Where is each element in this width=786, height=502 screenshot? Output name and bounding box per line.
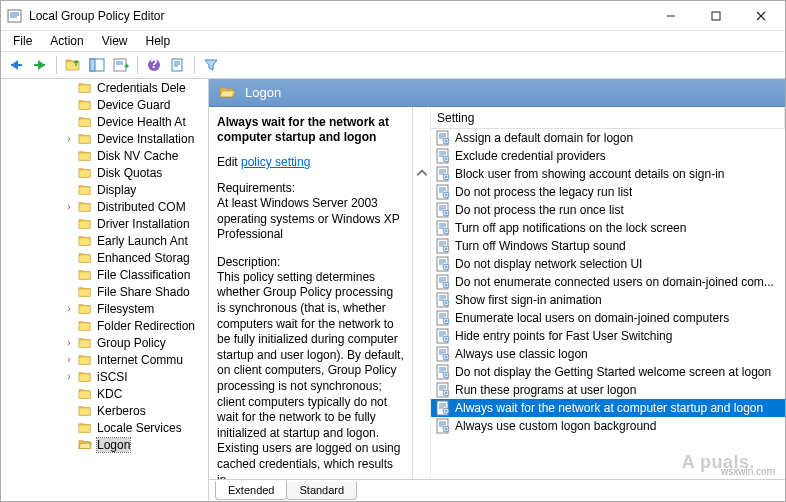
tree-node[interactable]: ›Device Installation <box>1 130 208 147</box>
tree-pane: Credentials DeleDevice GuardDevice Healt… <box>1 79 209 501</box>
menu-action[interactable]: Action <box>42 32 91 50</box>
tree-scroll[interactable]: Credentials DeleDevice GuardDevice Healt… <box>1 79 208 501</box>
folder-icon <box>77 115 93 129</box>
close-button[interactable] <box>738 1 783 30</box>
pane-title: Logon <box>245 85 281 100</box>
tree-node-label: Device Guard <box>97 98 170 112</box>
tree-node[interactable]: ›Distributed COM <box>1 198 208 215</box>
settings-list[interactable]: Assign a default domain for logonExclude… <box>431 129 785 479</box>
setting-row[interactable]: Show first sign-in animation <box>431 291 785 309</box>
tree-node[interactable]: Device Health At <box>1 113 208 130</box>
titlebar: Local Group Policy Editor <box>1 1 785 31</box>
export-list-button[interactable] <box>110 54 132 76</box>
edit-line: Edit policy setting <box>217 155 404 169</box>
setting-row[interactable]: Do not process the run once list <box>431 201 785 219</box>
maximize-button[interactable] <box>693 1 738 30</box>
settings-column-header[interactable]: Setting <box>431 108 785 128</box>
policy-setting-icon <box>435 364 451 380</box>
menu-help[interactable]: Help <box>138 32 179 50</box>
tab-extended[interactable]: Extended <box>215 481 287 500</box>
menu-view[interactable]: View <box>94 32 136 50</box>
chevron-right-icon[interactable]: › <box>63 303 75 314</box>
requirements-heading: Requirements: <box>217 181 404 195</box>
help-button[interactable]: ? <box>143 54 165 76</box>
setting-label: Hide entry points for Fast User Switchin… <box>455 329 672 343</box>
setting-label: Always use classic logon <box>455 347 588 361</box>
tree-node[interactable]: Disk Quotas <box>1 164 208 181</box>
setting-row[interactable]: Hide entry points for Fast User Switchin… <box>431 327 785 345</box>
tree-node[interactable]: ›iSCSI <box>1 368 208 385</box>
up-level-button[interactable] <box>62 54 84 76</box>
minimize-button[interactable] <box>648 1 693 30</box>
tree-node[interactable]: ›Filesystem <box>1 300 208 317</box>
tree-node-label: Device Health At <box>97 115 186 129</box>
setting-row[interactable]: Do not display the Getting Started welco… <box>431 363 785 381</box>
chevron-right-icon[interactable]: › <box>63 371 75 382</box>
setting-label: Block user from showing account details … <box>455 167 724 181</box>
properties-button[interactable] <box>167 54 189 76</box>
policy-setting-icon <box>435 130 451 146</box>
setting-row[interactable]: Turn off app notifications on the lock s… <box>431 219 785 237</box>
setting-row[interactable]: Do not enumerate connected users on doma… <box>431 273 785 291</box>
description-scroll-cue[interactable] <box>413 107 431 479</box>
tree-node[interactable]: Display <box>1 181 208 198</box>
chevron-right-icon[interactable]: › <box>63 354 75 365</box>
setting-row[interactable]: Do not process the legacy run list <box>431 183 785 201</box>
setting-row[interactable]: Do not display network selection UI <box>431 255 785 273</box>
setting-row[interactable]: Always use classic logon <box>431 345 785 363</box>
setting-label: Assign a default domain for logon <box>455 131 633 145</box>
folder-icon <box>77 132 93 146</box>
tree-node-label: File Classification <box>97 268 190 282</box>
tree-node[interactable]: Kerberos <box>1 402 208 419</box>
edit-policy-link[interactable]: policy setting <box>241 155 310 169</box>
tree-node[interactable]: Locale Services <box>1 419 208 436</box>
tree-pane-icon <box>89 57 105 73</box>
forward-button[interactable] <box>29 54 51 76</box>
chevron-right-icon[interactable]: › <box>63 201 75 212</box>
selected-policy-title: Always wait for the network at computer … <box>217 115 404 145</box>
app-icon <box>7 8 23 24</box>
tree-node[interactable]: Early Launch Ant <box>1 232 208 249</box>
tree-node[interactable]: Credentials Dele <box>1 79 208 96</box>
tab-standard[interactable]: Standard <box>286 482 357 500</box>
back-button[interactable] <box>5 54 27 76</box>
folder-icon <box>77 302 93 316</box>
setting-row[interactable]: Block user from showing account details … <box>431 165 785 183</box>
tree-node-label: Filesystem <box>97 302 154 316</box>
setting-row[interactable]: Turn off Windows Startup sound <box>431 237 785 255</box>
setting-row[interactable]: Always use custom logon background <box>431 417 785 435</box>
setting-row[interactable]: Assign a default domain for logon <box>431 129 785 147</box>
tree-node[interactable]: Folder Redirection <box>1 317 208 334</box>
setting-label: Always use custom logon background <box>455 419 656 433</box>
tree-node-label: Enhanced Storag <box>97 251 190 265</box>
tree-node[interactable]: File Share Shado <box>1 283 208 300</box>
tree-node[interactable]: Disk NV Cache <box>1 147 208 164</box>
settings-column: Setting Assign a default domain for logo… <box>431 107 785 479</box>
folder-icon <box>77 200 93 214</box>
tree-node[interactable]: Enhanced Storag <box>1 249 208 266</box>
policy-setting-icon <box>435 238 451 254</box>
tree-node[interactable]: ›Group Policy <box>1 334 208 351</box>
setting-row[interactable]: Always wait for the network at computer … <box>431 399 785 417</box>
tree-node[interactable]: Device Guard <box>1 96 208 113</box>
setting-row[interactable]: Exclude credential providers <box>431 147 785 165</box>
setting-row[interactable]: Enumerate local users on domain-joined c… <box>431 309 785 327</box>
show-hide-tree-button[interactable] <box>86 54 108 76</box>
chevron-right-icon[interactable]: › <box>63 133 75 144</box>
menu-file[interactable]: File <box>5 32 40 50</box>
policy-setting-icon <box>435 292 451 308</box>
tree-node[interactable]: Logon <box>1 436 208 453</box>
filter-button[interactable] <box>200 54 222 76</box>
folder-icon <box>77 98 93 112</box>
tree-node[interactable]: Driver Installation <box>1 215 208 232</box>
tree-node[interactable]: ›Internet Commu <box>1 351 208 368</box>
tree-node[interactable]: KDC <box>1 385 208 402</box>
chevron-right-icon[interactable]: › <box>63 337 75 348</box>
chevron-up-icon <box>416 167 428 179</box>
setting-row[interactable]: Run these programs at user logon <box>431 381 785 399</box>
toolbar-separator <box>194 56 195 74</box>
tree-node[interactable]: File Classification <box>1 266 208 283</box>
policy-setting-icon <box>435 418 451 434</box>
policy-setting-icon <box>435 274 451 290</box>
forward-arrow-icon <box>32 58 48 72</box>
